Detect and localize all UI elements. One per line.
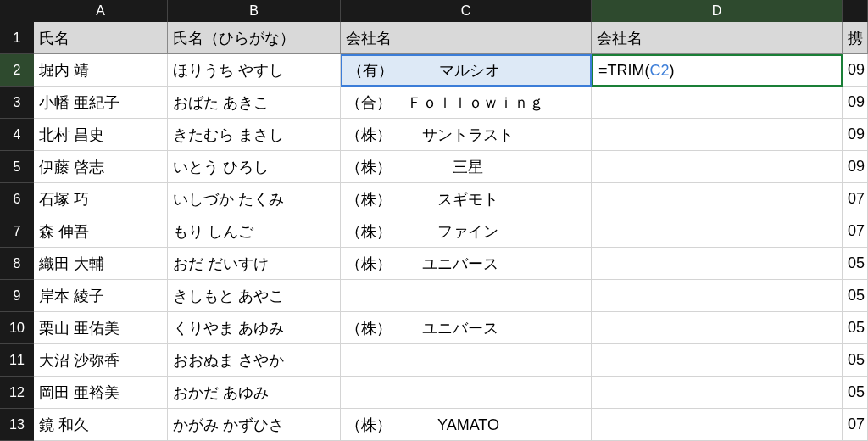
cell-D4[interactable] xyxy=(592,119,843,151)
cell-E3[interactable]: 09 xyxy=(843,87,868,119)
cell-A10[interactable]: 栗山 亜佑美 xyxy=(34,312,168,344)
cell-C10[interactable]: （株） ユニバース xyxy=(341,312,592,344)
formula-prefix: =TRIM( xyxy=(598,62,650,80)
cell-A2[interactable]: 堀内 靖 xyxy=(34,54,168,87)
cell-E8[interactable]: 05 xyxy=(843,248,868,280)
cell-C12[interactable] xyxy=(341,377,592,409)
cell-A8[interactable]: 織田 大輔 xyxy=(34,248,168,280)
cell-B3[interactable]: おばた あきこ xyxy=(168,87,341,119)
cell-E11[interactable]: 05 xyxy=(843,344,868,377)
cell-E13[interactable]: 07 xyxy=(843,409,868,441)
cell-B6[interactable]: いしづか たくみ xyxy=(168,183,341,215)
cell-B9[interactable]: きしもと あやこ xyxy=(168,280,341,312)
cell-D10[interactable] xyxy=(592,312,843,344)
cell-A13[interactable]: 鏡 和久 xyxy=(34,409,168,441)
row-header-13[interactable]: 13 xyxy=(0,409,34,441)
header-cell-A1[interactable]: 氏名 xyxy=(34,22,168,54)
cell-E4[interactable]: 09 xyxy=(843,119,868,151)
cell-E10[interactable]: 05 xyxy=(843,312,868,344)
cell-B10[interactable]: くりやま あゆみ xyxy=(168,312,341,344)
cell-C9[interactable] xyxy=(341,280,592,312)
row-header-8[interactable]: 8 xyxy=(0,248,34,280)
cell-C11[interactable] xyxy=(341,344,592,377)
cell-A4[interactable]: 北村 昌史 xyxy=(34,119,168,151)
cell-E12[interactable]: 05 xyxy=(843,377,868,409)
row-header-3[interactable]: 3 xyxy=(0,87,34,119)
header-cell-D1[interactable]: 会社名 xyxy=(592,22,843,54)
formula-cell-ref: C2 xyxy=(650,62,670,80)
cell-B4[interactable]: きたむら まさし xyxy=(168,119,341,151)
cell-B12[interactable]: おかだ あゆみ xyxy=(168,377,341,409)
cell-D7[interactable] xyxy=(592,215,843,248)
cell-D12[interactable] xyxy=(592,377,843,409)
cell-D5[interactable] xyxy=(592,151,843,183)
cell-A11[interactable]: 大沼 沙弥香 xyxy=(34,344,168,377)
col-header-E[interactable] xyxy=(843,0,868,22)
cell-D8[interactable] xyxy=(592,248,843,280)
row-header-7[interactable]: 7 xyxy=(0,215,34,248)
header-cell-C1[interactable]: 会社名 xyxy=(341,22,592,54)
header-cell-E1[interactable]: 携 xyxy=(843,22,868,54)
cell-A12[interactable]: 岡田 亜裕美 xyxy=(34,377,168,409)
cell-B13[interactable]: かがみ かずひさ xyxy=(168,409,341,441)
col-header-A[interactable]: A xyxy=(34,0,168,22)
cell-B5[interactable]: いとう ひろし xyxy=(168,151,341,183)
row-header-1[interactable]: 1 xyxy=(0,22,34,54)
cell-B11[interactable]: おおぬま さやか xyxy=(168,344,341,377)
row-header-10[interactable]: 10 xyxy=(0,312,34,344)
col-header-D[interactable]: D xyxy=(592,0,843,22)
cell-C4[interactable]: （株） サントラスト xyxy=(341,119,592,151)
cell-B2[interactable]: ほりうち やすし xyxy=(168,54,341,87)
row-header-9[interactable]: 9 xyxy=(0,280,34,312)
cell-B7[interactable]: もり しんご xyxy=(168,215,341,248)
header-cell-B1[interactable]: 氏名（ひらがな） xyxy=(168,22,341,54)
cell-D9[interactable] xyxy=(592,280,843,312)
select-all-corner[interactable] xyxy=(0,0,34,22)
row-header-2[interactable]: 2 xyxy=(0,54,34,87)
formula-suffix: ) xyxy=(670,62,675,80)
cell-E9[interactable]: 05 xyxy=(843,280,868,312)
row-header-12[interactable]: 12 xyxy=(0,377,34,409)
cell-B8[interactable]: おだ だいすけ xyxy=(168,248,341,280)
cell-A3[interactable]: 小幡 亜紀子 xyxy=(34,87,168,119)
cell-C7[interactable]: （株） ファイン xyxy=(341,215,592,248)
row-header-6[interactable]: 6 xyxy=(0,183,34,215)
cell-E2[interactable]: 09 xyxy=(843,54,868,87)
cell-A6[interactable]: 石塚 巧 xyxy=(34,183,168,215)
row-header-11[interactable]: 11 xyxy=(0,344,34,377)
cell-C3[interactable]: （合） Ｆｏｌｌｏｗｉｎｇ xyxy=(341,87,592,119)
cell-C8[interactable]: （株） ユニバース xyxy=(341,248,592,280)
cell-D13[interactable] xyxy=(592,409,843,441)
cell-A7[interactable]: 森 伸吾 xyxy=(34,215,168,248)
cell-E7[interactable]: 07 xyxy=(843,215,868,248)
cell-E6[interactable]: 07 xyxy=(843,183,868,215)
cell-D11[interactable] xyxy=(592,344,843,377)
cell-C5[interactable]: （株） 三星 xyxy=(341,151,592,183)
spreadsheet-grid[interactable]: A B C D 1 氏名 氏名（ひらがな） 会社名 会社名 携 2 堀内 靖 ほ… xyxy=(0,0,868,441)
cell-E5[interactable]: 09 xyxy=(843,151,868,183)
cell-D6[interactable] xyxy=(592,183,843,215)
cell-C6[interactable]: （株） スギモト xyxy=(341,183,592,215)
cell-A5[interactable]: 伊藤 啓志 xyxy=(34,151,168,183)
cell-C13[interactable]: （株） YAMATO xyxy=(341,409,592,441)
col-header-C[interactable]: C xyxy=(341,0,592,22)
row-header-5[interactable]: 5 xyxy=(0,151,34,183)
row-header-4[interactable]: 4 xyxy=(0,119,34,151)
cell-C2-referenced[interactable]: （有） マルシオ xyxy=(341,54,592,87)
cell-D2-editing[interactable]: =TRIM(C2) xyxy=(592,54,843,87)
col-header-B[interactable]: B xyxy=(168,0,341,22)
cell-A9[interactable]: 岸本 綾子 xyxy=(34,280,168,312)
cell-D3[interactable] xyxy=(592,87,843,119)
